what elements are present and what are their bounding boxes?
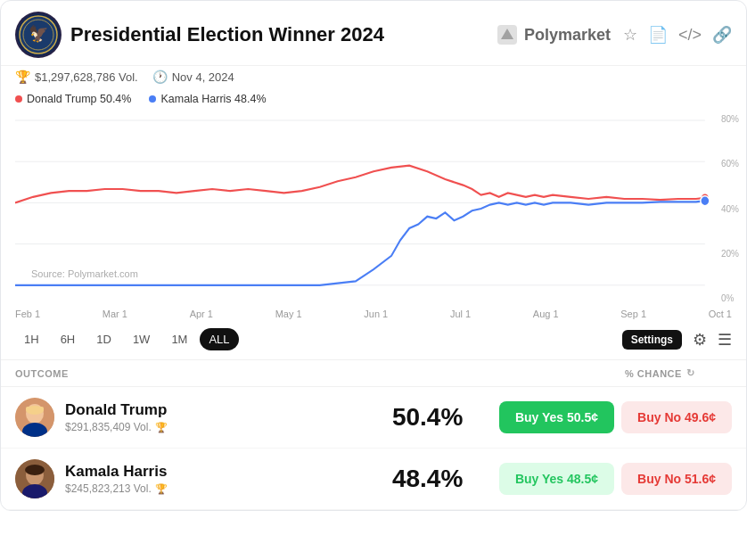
document-icon[interactable]: 📄 [648, 25, 668, 45]
harris-pct: 48.4% [392, 465, 499, 493]
time-btn-6h[interactable]: 6H [52, 328, 85, 350]
header-icons: ☆ 📄 </> 🔗 [623, 25, 732, 45]
time-btn-1h[interactable]: 1H [15, 328, 48, 350]
svg-point-11 [701, 196, 710, 206]
trump-row: Donald Trump $291,835,409 Vol. 🏆 50.4% B… [1, 387, 746, 449]
time-btn-1m[interactable]: 1M [162, 328, 196, 350]
source-label: Source: Polymarket.com [28, 268, 142, 280]
x-label-apr: Apr 1 [190, 309, 213, 319]
trump-text-info: Donald Trump $291,835,409 Vol. 🏆 [65, 401, 168, 433]
x-label-jun: Jun 1 [364, 309, 388, 319]
x-label-mar: Mar 1 [103, 309, 127, 319]
main-container: 🦅 Presidential Election Winner 2024 Poly… [0, 0, 747, 511]
time-axis: Feb 1 Mar 1 Apr 1 May 1 Jun 1 Jul 1 Aug … [1, 307, 746, 319]
x-label-may: May 1 [275, 309, 302, 319]
trophy-icon: 🏆 [15, 70, 30, 84]
time-controls-right: Settings ⚙ ☰ [622, 330, 732, 350]
clock-icon: 🕐 [152, 70, 168, 84]
page-title: Presidential Election Winner 2024 [70, 23, 384, 46]
y-axis: 80% 60% 40% 20% 0% [721, 111, 739, 307]
y-label-60: 60% [721, 159, 739, 169]
volume-stat: 🏆 $1,297,628,786 Vol. [15, 70, 138, 84]
link-icon[interactable]: 🔗 [712, 25, 732, 45]
code-icon[interactable]: </> [678, 26, 702, 45]
svg-point-20 [25, 465, 45, 475]
svg-rect-16 [26, 407, 44, 411]
trump-name: Donald Trump [65, 401, 168, 419]
trump-trophy-icon: 🏆 [155, 422, 168, 433]
filter-icon[interactable]: ⚙ [693, 330, 707, 350]
date-value: Nov 4, 2024 [172, 70, 234, 84]
harris-trophy-icon: 🏆 [155, 483, 168, 495]
x-label-sep: Sep 1 [620, 309, 646, 319]
harris-buy-yes-btn[interactable]: Buy Yes 48.5¢ [499, 463, 614, 495]
time-btn-1d[interactable]: 1D [87, 328, 120, 350]
refresh-icon[interactable]: ↻ [686, 367, 695, 379]
harris-text-info: Kamala Harris $245,823,213 Vol. 🏆 [65, 463, 168, 495]
x-label-aug: Aug 1 [533, 309, 559, 319]
polymarket-label: Polymarket [524, 26, 611, 45]
outcome-col-label: OUTCOME [15, 368, 625, 379]
harris-row: Kamala Harris $245,823,213 Vol. 🏆 48.4% … [1, 449, 746, 510]
y-label-0: 0% [721, 293, 739, 303]
harris-candidate-info: Kamala Harris $245,823,213 Vol. 🏆 [15, 459, 392, 498]
harris-legend-label: Kamala Harris 48.4% [160, 93, 266, 105]
legend-trump: Donald Trump 50.4% [15, 93, 131, 105]
trump-avatar [15, 398, 54, 437]
trump-candidate-info: Donald Trump $291,835,409 Vol. 🏆 [15, 398, 392, 437]
date-stat: 🕐 Nov 4, 2024 [152, 70, 234, 84]
trump-legend-label: Donald Trump 50.4% [27, 93, 131, 105]
svg-text:🦅: 🦅 [29, 24, 49, 44]
volume-value: $1,297,628,786 Vol. [35, 70, 138, 84]
stats-bar: 🏆 $1,297,628,786 Vol. 🕐 Nov 4, 2024 [1, 66, 746, 91]
trump-action-btns: Buy Yes 50.5¢ Buy No 49.6¢ [499, 401, 732, 433]
harris-action-btns: Buy Yes 48.5¢ Buy No 51.6¢ [499, 463, 732, 495]
polymarket-icon [496, 23, 519, 46]
pct-col-label: % CHANCE ↻ [625, 367, 732, 379]
x-label-feb: Feb 1 [15, 309, 40, 319]
trump-dot [15, 95, 22, 103]
time-controls: 1H 6H 1D 1W 1M ALL Settings ⚙ ☰ [1, 319, 746, 359]
trump-buy-yes-btn[interactable]: Buy Yes 50.5¢ [499, 401, 614, 433]
settings-badge[interactable]: Settings [622, 330, 682, 350]
legend-harris: Kamala Harris 48.4% [149, 93, 266, 105]
y-label-40: 40% [721, 204, 739, 214]
sliders-icon[interactable]: ☰ [718, 330, 732, 350]
chart-legend: Donald Trump 50.4% Kamala Harris 48.4% [1, 91, 746, 111]
header-left: 🦅 Presidential Election Winner 2024 [15, 12, 496, 58]
harris-volume: $245,823,213 Vol. 🏆 [65, 482, 168, 495]
outcome-table-header: OUTCOME % CHANCE ↻ [1, 359, 746, 387]
time-btn-1w[interactable]: 1W [124, 328, 160, 350]
chart-area: Source: Polymarket.com 80% 60% 40% 20% 0… [1, 111, 746, 307]
y-label-20: 20% [721, 249, 739, 259]
x-label-oct: Oct 1 [709, 309, 732, 319]
y-label-80: 80% [721, 114, 739, 124]
harris-avatar [15, 459, 54, 498]
time-btn-all[interactable]: ALL [200, 328, 238, 350]
polymarket-brand: Polymarket [496, 23, 611, 46]
trump-buy-no-btn[interactable]: Buy No 49.6¢ [621, 401, 732, 433]
x-label-jul: Jul 1 [450, 309, 471, 319]
harris-buy-no-btn[interactable]: Buy No 51.6¢ [621, 463, 732, 495]
presidential-seal: 🦅 [15, 12, 62, 58]
harris-dot [149, 95, 156, 103]
trump-pct: 50.4% [392, 403, 499, 432]
harris-name: Kamala Harris [65, 463, 168, 481]
header: 🦅 Presidential Election Winner 2024 Poly… [1, 1, 746, 66]
trump-volume: $291,835,409 Vol. 🏆 [65, 421, 168, 433]
star-icon[interactable]: ☆ [623, 25, 637, 45]
header-right: Polymarket ☆ 📄 </> 🔗 [496, 23, 732, 46]
